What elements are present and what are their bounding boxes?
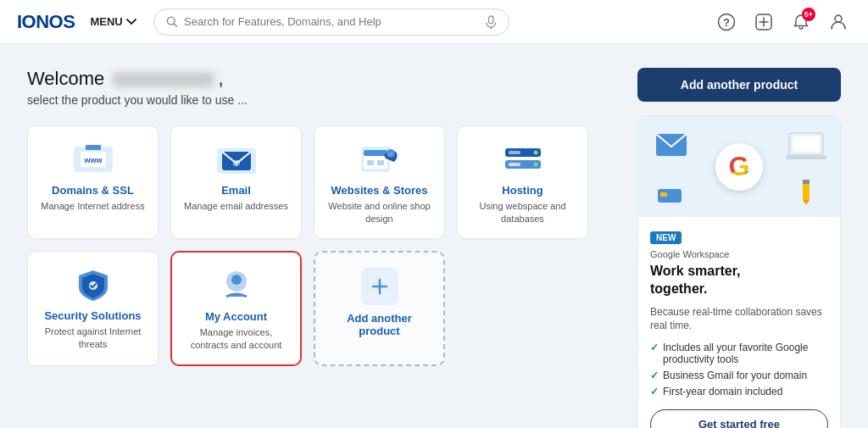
chevron-down-icon: [126, 19, 136, 25]
promo-cta-button[interactable]: Get started free: [650, 409, 828, 428]
google-g-logo: G: [715, 143, 763, 191]
svg-point-32: [231, 275, 242, 285]
svg-rect-41: [803, 180, 810, 184]
pencil-deco: [799, 178, 813, 205]
product-card-security[interactable]: Security Solutions Protect against Inter…: [27, 251, 159, 366]
promo-description: Because real-time collaboration saves re…: [650, 305, 828, 334]
product-card-myaccount[interactable]: My Account Manage invoices, contracts an…: [170, 251, 302, 366]
right-sidebar: Add another product G NEW Google Workspa…: [637, 68, 841, 428]
new-badge: NEW: [650, 231, 682, 244]
promo-card: G NEW Google Workspace Work smarter, tog…: [637, 115, 841, 428]
search-input[interactable]: [184, 15, 479, 28]
product-grid: www Domains & SSL Manage Internet addres…: [27, 125, 617, 366]
svg-rect-38: [786, 155, 826, 159]
add-icon[interactable]: [751, 9, 776, 35]
welcome-subtitle: select the product you would like to use…: [27, 93, 617, 107]
svg-point-26: [533, 151, 537, 155]
svg-marker-40: [803, 200, 810, 205]
websites-desc: Website and online shop design: [326, 200, 432, 226]
email-title: Email: [221, 184, 251, 197]
promo-feature-1: Includes all your favorite Google produc…: [650, 342, 828, 365]
search-bar[interactable]: [153, 8, 509, 36]
promo-features: Includes all your favorite Google produc…: [650, 342, 828, 397]
product-card-websites[interactable]: 🛒 Websites & Stores Website and online s…: [314, 125, 445, 239]
myaccount-icon: [214, 268, 259, 303]
svg-point-9: [835, 15, 842, 22]
laptop-deco: [786, 131, 826, 160]
header-icons: ? 5+: [714, 9, 851, 35]
security-title: Security Solutions: [44, 309, 141, 322]
menu-button[interactable]: MENU: [90, 15, 136, 28]
svg-rect-21: [377, 160, 384, 165]
card-deco: [657, 188, 682, 203]
svg-rect-20: [367, 160, 374, 165]
svg-rect-19: [364, 150, 387, 156]
svg-rect-2: [489, 15, 493, 23]
main-content: Welcome , select the product you would l…: [0, 44, 868, 428]
domains-desc: Manage Internet address: [41, 200, 144, 213]
add-product-icon: [361, 268, 398, 305]
security-desc: Protect against Internet threats: [40, 325, 146, 352]
domains-title: Domains & SSL: [52, 184, 134, 197]
welcome-title: Welcome ,: [27, 68, 617, 90]
ionos-logo: IONOS: [17, 11, 75, 33]
security-icon: [70, 267, 116, 303]
svg-rect-13: [86, 145, 101, 150]
email-icon: @: [214, 142, 259, 177]
svg-rect-28: [509, 151, 520, 154]
google-illustration: G: [648, 126, 830, 207]
svg-text:www: www: [83, 156, 103, 164]
left-content: Welcome , select the product you would l…: [27, 68, 617, 428]
domains-icon: www: [70, 142, 116, 177]
svg-text:🛒: 🛒: [387, 150, 394, 158]
svg-text:?: ?: [723, 15, 730, 28]
hosting-desc: Using webspace and databases: [470, 200, 576, 226]
product-card-hosting[interactable]: Hosting Using webspace and databases: [457, 125, 588, 239]
websites-icon: 🛒: [357, 142, 403, 177]
svg-point-27: [533, 163, 537, 167]
svg-line-1: [174, 24, 176, 26]
microphone-icon: [486, 14, 497, 30]
envelope-deco: [655, 133, 687, 157]
myaccount-title: My Account: [205, 310, 267, 323]
promo-body: NEW Google Workspace Work smarter, toget…: [638, 217, 840, 428]
promo-headline: Work smarter, together.: [650, 263, 828, 298]
user-avatar[interactable]: [826, 9, 851, 35]
search-icon: [166, 15, 177, 28]
product-card-add[interactable]: Add another product: [314, 251, 445, 366]
promo-feature-2: Business Gmail for your domain: [650, 370, 828, 381]
product-card-domains[interactable]: www Domains & SSL Manage Internet addres…: [27, 125, 159, 239]
hosting-icon: [500, 142, 546, 177]
username-blurred: [113, 72, 214, 87]
svg-rect-43: [660, 192, 667, 197]
hosting-title: Hosting: [502, 184, 542, 197]
promo-feature-3: First-year domain included: [650, 386, 828, 397]
websites-title: Websites & Stores: [331, 184, 428, 197]
notification-badge: 5+: [802, 8, 815, 21]
myaccount-desc: Manage invoices, contracts and account: [184, 326, 288, 353]
help-icon[interactable]: ?: [714, 9, 739, 35]
svg-rect-37: [793, 136, 820, 152]
add-product-title: Add another product: [327, 312, 431, 337]
product-card-email[interactable]: @ Email Manage email addresses: [170, 125, 302, 239]
svg-rect-29: [509, 163, 520, 166]
header: IONOS MENU ? 5+: [0, 0, 868, 44]
promo-header: G: [638, 116, 840, 217]
add-product-button[interactable]: Add another product: [637, 68, 841, 102]
email-desc: Manage email addresses: [184, 200, 288, 213]
promo-brand: Google Workspace: [650, 249, 828, 259]
notifications-icon[interactable]: 5+: [788, 9, 814, 35]
svg-text:@: @: [232, 158, 240, 167]
